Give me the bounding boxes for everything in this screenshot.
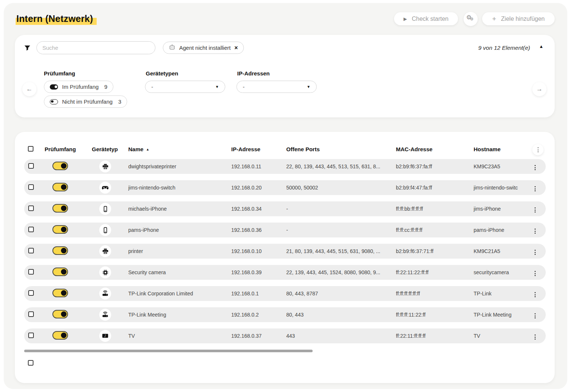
scope-toggle-on[interactable] [52, 289, 68, 297]
mac-address: ff:ff:ff:11:22:ff [396, 312, 474, 318]
router-icon [99, 309, 111, 321]
scope-toggle-on[interactable] [52, 331, 68, 340]
table-row[interactable]: jims-nintendo-switch 192.168.0.20 50000,… [24, 180, 546, 195]
hostname: TP-Link Meeting [474, 312, 532, 318]
row-checkbox[interactable] [28, 184, 34, 190]
arrow-left-icon: ← [26, 85, 33, 93]
gamepad-icon [99, 182, 111, 194]
hostname: KM9C23A5 [474, 163, 532, 169]
scope-toggle-on[interactable] [52, 268, 68, 276]
device-types-dropdown[interactable]: - ▼ [145, 81, 225, 93]
table-row[interactable]: ♪ TV 192.168.0.37 443 ff:22:11:ff:ff:ff … [24, 328, 546, 343]
open-ports: 21, 80, 139, 443, 445, 515, 631, 9080, .… [286, 248, 396, 254]
sort-ascending-icon: ▲ [146, 148, 149, 151]
row-menu-icon[interactable] [532, 185, 538, 193]
ip-address: 192.168.0.34 [231, 206, 286, 212]
not-in-scope-count: 3 [118, 98, 121, 105]
table-row[interactable]: dwightsprivateprinter 192.168.0.11 22, 8… [24, 159, 546, 174]
scope-toggle-on[interactable] [52, 310, 68, 318]
hostname: securitycamera [474, 269, 532, 275]
not-in-scope-label: Nicht im Prüfumfang [62, 98, 113, 105]
collapse-filters-icon[interactable]: ▲ [539, 44, 543, 49]
row-menu-icon[interactable] [532, 248, 538, 256]
ip-address: 192.168.0.20 [231, 185, 286, 191]
scope-toggle-on[interactable] [52, 246, 68, 255]
column-settings-button[interactable] [532, 144, 543, 155]
table-row[interactable]: Security camera 192.168.0.39 22, 139, 44… [24, 265, 546, 280]
horizontal-scrollbar[interactable] [24, 350, 313, 352]
row-menu-icon[interactable] [532, 312, 538, 320]
hostname: pams-iPhone [474, 227, 532, 233]
device-name: TV [128, 333, 231, 339]
open-ports: 22, 80, 139, 443, 445, 513, 515, 631, 8.… [286, 163, 396, 169]
device-types-value: - [151, 84, 153, 90]
hostname: jims-iPhone [474, 206, 532, 212]
row-menu-icon[interactable] [532, 333, 538, 341]
device-name: dwightsprivateprinter [128, 163, 231, 169]
scope-toggle-on[interactable] [52, 204, 68, 213]
table-header-row: Prüfumfang Gerätetyp Name ▲ IP-Adresse O… [24, 143, 546, 155]
close-icon[interactable]: × [234, 45, 238, 51]
row-checkbox[interactable] [28, 333, 34, 338]
ip-address: 192.168.0.37 [231, 333, 286, 339]
device-name: Security camera [128, 269, 231, 275]
column-header-ip: IP-Adresse [231, 146, 286, 152]
row-menu-icon[interactable] [532, 206, 538, 214]
scope-toggle-on[interactable] [52, 225, 68, 234]
row-checkbox[interactable] [28, 163, 34, 169]
ip-addresses-dropdown[interactable]: - ▼ [236, 81, 317, 93]
column-header-hostname: Hostname [474, 146, 532, 152]
row-checkbox[interactable] [28, 227, 34, 232]
scope-toggle-on[interactable] [52, 183, 68, 191]
row-menu-icon[interactable] [532, 163, 538, 172]
filter-in-scope-chip[interactable]: Im Prüfumfang 9 [44, 81, 113, 93]
hostname: KM9C21A5 [474, 248, 532, 254]
device-name: TP-Link Meeting [128, 312, 231, 318]
ip-addresses-value: - [243, 84, 245, 90]
add-targets-button[interactable]: + Ziele hinzufügen [482, 12, 555, 25]
ip-address: 192.168.0.11 [231, 163, 286, 169]
device-name: TP-Link Corporation Limited [128, 291, 231, 297]
smartphone-icon [99, 203, 111, 215]
hostname: jims-nintendo-switc [474, 185, 532, 191]
open-ports: 22, 139, 443, 445, 1524, 8080, 9080, 9..… [286, 269, 396, 275]
tv-icon: ♪ [99, 330, 111, 342]
row-menu-icon[interactable] [532, 227, 538, 235]
select-all-checkbox[interactable] [28, 146, 33, 152]
scroll-filters-left-button[interactable]: ← [22, 82, 36, 96]
hostname: TV [474, 333, 532, 339]
in-scope-count: 9 [104, 84, 107, 90]
open-ports: 443 [286, 333, 396, 339]
column-header-name[interactable]: Name ▲ [128, 146, 231, 152]
table-row[interactable]: michaels-iPhone 192.168.0.34 - ff:ff:bb:… [24, 201, 546, 216]
scope-toggle-on[interactable] [52, 162, 68, 170]
page-title: Intern (Netzwerk) [16, 13, 97, 24]
row-checkbox[interactable] [28, 269, 34, 275]
mac-address: ff:22:11:ff:ff:ff [396, 333, 474, 339]
scroll-filters-right-button[interactable]: → [532, 82, 546, 96]
open-ports: - [286, 227, 396, 233]
agent-filter-chip[interactable]: Agent nicht installiert × [163, 42, 244, 54]
table-row[interactable]: pams-iPhone 192.168.0.36 - ff:ff:cc:ff:f… [24, 223, 546, 237]
settings-button[interactable]: ⚙ ⚙ [464, 12, 478, 26]
table-row[interactable]: printer 192.168.0.10 21, 80, 139, 443, 4… [24, 244, 546, 259]
row-checkbox[interactable] [28, 205, 34, 211]
search-input[interactable] [36, 41, 155, 54]
table-row[interactable]: TP-Link Corporation Limited 192.168.0.1 … [24, 286, 546, 301]
network-targets-page: Intern (Netzwerk) ▶ Check starten ⚙ ⚙ + … [4, 3, 567, 389]
check-start-button[interactable]: ▶ Check starten [394, 12, 458, 25]
targets-table-card: Prüfumfang Gerätetyp Name ▲ IP-Adresse O… [15, 132, 555, 383]
element-count: 9 von 12 Element(e) [478, 45, 530, 51]
table-row[interactable]: TP-Link Meeting 192.168.0.2 80, 443 ff:f… [24, 307, 546, 322]
row-checkbox[interactable] [28, 290, 34, 296]
row-checkbox[interactable] [28, 248, 34, 253]
filter-card: Agent nicht installiert × 9 von 12 Eleme… [15, 35, 555, 117]
row-menu-icon[interactable] [532, 291, 538, 299]
row-checkbox[interactable] [28, 311, 34, 317]
mac-address: ff:ff:bb:ff:ff:ff [396, 206, 474, 212]
footer-checkbox[interactable] [28, 360, 33, 366]
mac-address: b2:b9:f6:37:71:ff [396, 248, 474, 254]
row-menu-icon[interactable] [532, 269, 538, 278]
printer-icon [99, 161, 111, 172]
filter-not-in-scope-chip[interactable]: Nicht im Prüfumfang 3 [44, 95, 127, 108]
